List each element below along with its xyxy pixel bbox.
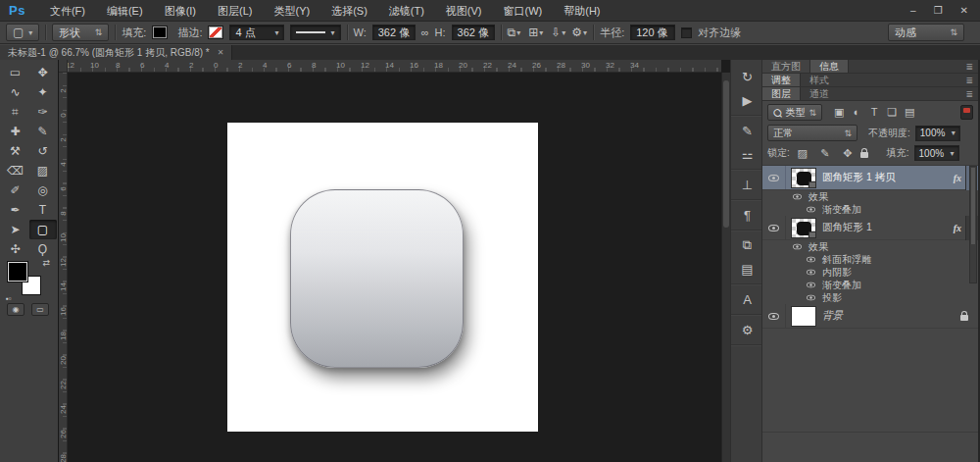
menu-item-6[interactable]: 选择(S) bbox=[320, 0, 378, 22]
fill-field[interactable]: 100% ▾ bbox=[914, 145, 959, 161]
fx-icon[interactable]: fx bbox=[954, 223, 961, 233]
effect-row[interactable]: 渐变叠加 bbox=[762, 279, 978, 291]
menu-item-2[interactable]: 编辑(E) bbox=[96, 0, 154, 22]
panel-tab-图层[interactable]: 图层 bbox=[762, 87, 801, 100]
character-styles-panel-button[interactable]: ⚙ bbox=[731, 318, 763, 341]
stroke-style-picker[interactable]: ▾ bbox=[290, 25, 340, 40]
lasso-tool-button[interactable]: ∿ bbox=[2, 82, 29, 102]
healing-brush-tool-button[interactable]: ✚ bbox=[2, 122, 29, 141]
eye-icon[interactable] bbox=[807, 270, 815, 276]
type-tool-button[interactable]: T bbox=[29, 200, 57, 220]
radius-field[interactable]: 120 像 bbox=[630, 25, 675, 40]
actions-panel-button[interactable]: ▶ bbox=[731, 88, 763, 112]
layer-row[interactable]: 圆角矩形 1fx▴ bbox=[762, 216, 978, 240]
scrollbar-thumb[interactable] bbox=[971, 168, 975, 244]
paragraph-panel-button[interactable]: ¶ bbox=[731, 203, 763, 227]
minimize-icon[interactable]: – bbox=[910, 5, 916, 16]
effect-row[interactable]: 投影 bbox=[762, 291, 978, 304]
vertical-ruler[interactable]: 20246810121416182022242628 bbox=[59, 73, 68, 462]
panel-tab-样式[interactable]: 样式 bbox=[801, 74, 838, 86]
effect-row[interactable]: 渐变叠加 bbox=[762, 203, 978, 216]
eye-icon[interactable] bbox=[807, 207, 815, 213]
close-icon[interactable]: ✕ bbox=[960, 5, 968, 16]
stroke-color-swatch[interactable] bbox=[208, 26, 223, 39]
smudge-tool-button[interactable]: ✐ bbox=[2, 180, 29, 200]
layer-row[interactable]: 背景 bbox=[762, 304, 978, 329]
rounded-rectangle-shape[interactable] bbox=[290, 189, 464, 368]
tab-close-icon[interactable]: ✕ bbox=[218, 48, 224, 57]
tool-presets-panel-button[interactable]: ✎ bbox=[731, 119, 763, 142]
magic-wand-tool-button[interactable]: ✦ bbox=[29, 82, 57, 102]
fx-icon[interactable]: fx bbox=[954, 173, 961, 183]
layer-visibility-toggle[interactable] bbox=[762, 304, 786, 328]
tool-preset-picker[interactable]: ▢ ▾ bbox=[6, 24, 39, 41]
default-colors-icon[interactable]: ▪▫ bbox=[6, 294, 12, 303]
lock-position-icon[interactable]: ✥ bbox=[840, 147, 856, 160]
layer-row[interactable]: 圆角矩形 1 拷贝fx▴ bbox=[762, 166, 978, 190]
hand-tool-button[interactable]: ✣ bbox=[2, 239, 29, 259]
menu-item-9[interactable]: 窗口(W) bbox=[493, 0, 554, 22]
zoom-tool-button[interactable]: Ϙ bbox=[29, 239, 57, 259]
lock-transparency-icon[interactable]: ▨ bbox=[795, 147, 810, 160]
eye-icon[interactable] bbox=[793, 244, 802, 250]
filter-adjustment-layers-icon[interactable]: ◐ bbox=[849, 106, 864, 119]
history-brush-tool-button[interactable]: ↺ bbox=[29, 141, 57, 161]
rounded-rectangle-tool-button[interactable]: ▢ bbox=[29, 220, 57, 239]
opacity-field[interactable]: 100% ▾ bbox=[915, 126, 960, 141]
history-panel-button[interactable]: ↻ bbox=[731, 65, 763, 88]
notes-panel-button[interactable]: ▤ bbox=[731, 257, 763, 281]
path-alignment-icon[interactable]: ⊞▾ bbox=[528, 26, 543, 39]
gradient-tool-button[interactable]: ▨ bbox=[29, 161, 57, 180]
filter-type-layers-icon[interactable]: T bbox=[866, 106, 882, 119]
canvas-vertical-scrollbar[interactable] bbox=[721, 73, 730, 462]
swap-colors-icon[interactable]: ⇄ bbox=[42, 258, 50, 268]
menu-item-10[interactable]: 帮助(H) bbox=[553, 0, 611, 22]
quick-mask-button[interactable]: ◉ bbox=[7, 303, 24, 316]
align-edges-checkbox[interactable] bbox=[681, 27, 692, 38]
blend-mode-select[interactable]: 正常 ⇅ bbox=[767, 125, 858, 141]
eye-icon[interactable] bbox=[807, 295, 815, 301]
document-canvas[interactable] bbox=[227, 123, 538, 432]
eyedropper-tool-button[interactable]: ✑ bbox=[29, 102, 57, 122]
filter-shape-layers-icon[interactable]: ❏ bbox=[884, 106, 900, 119]
stroke-width-field[interactable]: 4 点 ▾ bbox=[229, 25, 284, 40]
effect-row[interactable]: 斜面和浮雕 bbox=[762, 253, 978, 266]
fill-color-swatch[interactable] bbox=[152, 26, 168, 39]
panel-tab-调整[interactable]: 调整 bbox=[762, 74, 801, 86]
filter-smart-objects-icon[interactable]: ▤ bbox=[902, 106, 917, 119]
properties-panel-button[interactable]: ⚍ bbox=[731, 142, 763, 166]
layer-visibility-toggle[interactable] bbox=[762, 216, 786, 239]
foreground-color-swatch[interactable] bbox=[8, 262, 27, 282]
layers-scrollbar[interactable] bbox=[969, 166, 977, 283]
layer-visibility-toggle[interactable] bbox=[762, 166, 786, 189]
height-field[interactable]: 362 像 bbox=[452, 25, 495, 40]
panel-menu-icon[interactable]: ≣ bbox=[965, 74, 978, 86]
layer-comps-panel-button[interactable]: ⧉ bbox=[731, 233, 763, 257]
path-operations-icon[interactable]: ⧉▾ bbox=[508, 26, 521, 39]
effects-header-row[interactable]: 效果 bbox=[762, 240, 978, 253]
panel-tab-信息[interactable]: 信息 bbox=[810, 60, 849, 73]
layer-filter-toggle[interactable] bbox=[960, 105, 973, 120]
filter-pixel-layers-icon[interactable]: ▣ bbox=[831, 106, 847, 119]
scrollbar-thumb[interactable] bbox=[723, 80, 729, 228]
menu-item-5[interactable]: 类型(Y) bbox=[263, 0, 320, 22]
restore-icon[interactable]: ❐ bbox=[934, 5, 943, 16]
workspace-switcher[interactable]: 动感 ⇅ bbox=[888, 24, 964, 41]
layer-thumbnail[interactable] bbox=[791, 168, 816, 188]
screen-mode-button[interactable]: ▭ bbox=[31, 303, 49, 316]
menu-item-3[interactable]: 图像(I) bbox=[154, 0, 207, 22]
clone-source-panel-button[interactable]: ⊥ bbox=[731, 173, 763, 196]
brush-tool-button[interactable]: ✎ bbox=[29, 122, 57, 141]
width-field[interactable]: 362 像 bbox=[372, 25, 416, 40]
path-arrangement-icon[interactable]: ⇩▾ bbox=[551, 26, 565, 39]
character-panel-button[interactable]: A bbox=[731, 287, 763, 311]
shape-mode-select[interactable]: 形状 ⇅ bbox=[52, 24, 109, 41]
path-selection-tool-button[interactable]: ➤ bbox=[2, 220, 29, 239]
panel-menu-icon[interactable]: ≣ bbox=[965, 87, 978, 100]
panel-tab-通道[interactable]: 通道 bbox=[801, 87, 838, 100]
eye-icon[interactable] bbox=[793, 194, 802, 200]
dodge-tool-button[interactable]: ◎ bbox=[29, 180, 57, 200]
effects-header-row[interactable]: 效果 bbox=[762, 190, 978, 203]
panel-menu-icon[interactable]: ≣ bbox=[965, 60, 978, 73]
menu-item-8[interactable]: 视图(V) bbox=[435, 0, 493, 22]
